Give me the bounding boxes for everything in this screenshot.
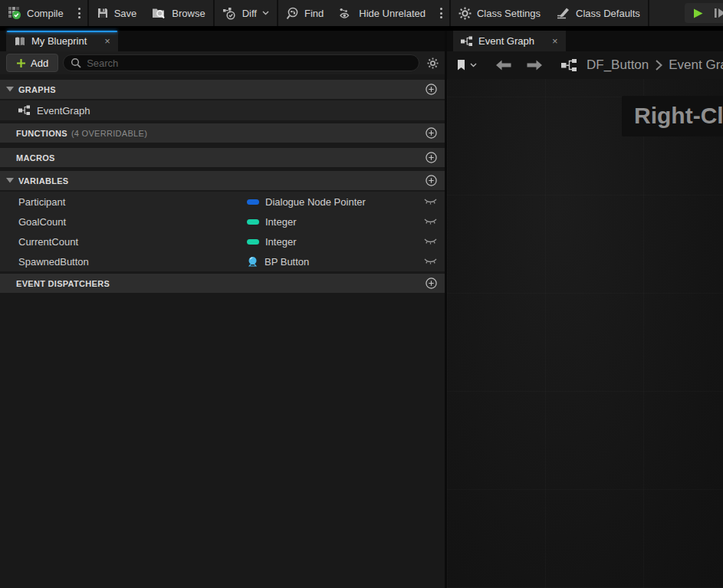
add-function-button[interactable]: [426, 127, 437, 139]
variable-type: BP Button: [265, 256, 309, 268]
diff-button[interactable]: Diff: [215, 0, 277, 26]
find-icon: [286, 7, 299, 20]
graph-toolbar: DF_Button Event Graph: [447, 51, 723, 79]
bookmarks-button[interactable]: [456, 59, 477, 71]
section-functions-label: FUNCTIONS: [16, 129, 67, 138]
save-icon: [97, 7, 109, 19]
search-icon: [71, 57, 81, 68]
add-button[interactable]: Add: [6, 54, 58, 72]
section-event-dispatchers-label: EVENT DISPATCHERS: [16, 279, 110, 288]
hide-unrelated-options-kebab-icon[interactable]: [433, 0, 449, 26]
type-pill-integer-icon: [247, 239, 259, 245]
close-icon[interactable]: ×: [104, 36, 110, 46]
class-settings-label: Class Settings: [477, 8, 541, 19]
browse-label: Browse: [172, 8, 205, 19]
add-label: Add: [31, 57, 48, 69]
save-label: Save: [114, 8, 137, 19]
save-button[interactable]: Save: [89, 0, 145, 26]
back-arrow-button[interactable]: [495, 60, 511, 71]
compile-icon: [8, 6, 21, 20]
add-variable-button[interactable]: [426, 175, 437, 186]
search-box[interactable]: [63, 54, 419, 71]
section-macros[interactable]: MACROS: [0, 148, 445, 167]
graph-icon: [18, 105, 31, 116]
browse-button[interactable]: Browse: [144, 0, 212, 26]
variable-name: GoalCount: [18, 216, 247, 228]
play-button[interactable]: [692, 7, 705, 20]
diff-icon: [222, 7, 237, 20]
add-macro-button[interactable]: [426, 152, 437, 163]
compile-label: Compile: [27, 8, 64, 19]
toolbar-separator: [648, 0, 649, 26]
variable-name: Participant: [18, 196, 247, 208]
variable-row-goalcount[interactable]: GoalCount Integer: [0, 212, 445, 232]
search-input[interactable]: [87, 57, 412, 69]
type-pill-object-icon: [247, 199, 259, 205]
section-functions[interactable]: FUNCTIONS (4 OVERRIDABLE): [0, 123, 445, 143]
gear-icon: [458, 7, 472, 20]
class-settings-button[interactable]: Class Settings: [451, 0, 548, 26]
tab-my-blueprint[interactable]: My Blueprint ×: [6, 31, 118, 51]
my-blueprint-panel: My Blueprint × Add: [0, 31, 445, 588]
visibility-closed-eye-icon[interactable]: [424, 198, 437, 205]
compile-options-kebab-icon[interactable]: [71, 0, 87, 26]
class-defaults-button[interactable]: Class Defaults: [548, 0, 648, 26]
hide-unrelated-icon: [339, 8, 353, 19]
visibility-closed-eye-icon[interactable]: [424, 218, 437, 225]
section-macros-label: MACROS: [16, 153, 55, 163]
collapse-arrow-icon[interactable]: [6, 178, 14, 183]
add-event-dispatcher-button[interactable]: [426, 278, 437, 289]
diff-label: Diff: [242, 8, 257, 19]
eventgraph-label: EventGraph: [37, 105, 90, 117]
collapse-arrow-icon[interactable]: [6, 87, 14, 92]
browse-icon: [152, 7, 166, 19]
find-label: Find: [304, 8, 324, 19]
event-graph-canvas[interactable]: Right-Click to Create New Nodes: [447, 79, 723, 588]
type-pill-integer-icon: [247, 219, 259, 225]
main-toolbar: Compile Save Browse: [0, 0, 723, 26]
compile-button[interactable]: Compile: [0, 0, 71, 26]
class-defaults-label: Class Defaults: [576, 8, 640, 19]
add-graph-button[interactable]: [426, 84, 437, 95]
hide-unrelated-button[interactable]: Hide Unrelated: [331, 0, 433, 26]
class-defaults-icon: [556, 7, 570, 19]
find-button[interactable]: Find: [278, 0, 331, 26]
section-variables-label: VARIABLES: [18, 176, 68, 186]
tab-event-graph[interactable]: Event Graph ×: [453, 31, 566, 51]
forward-arrow-button[interactable]: [527, 60, 543, 71]
eventgraph-row[interactable]: EventGraph: [0, 100, 445, 120]
my-blueprint-header: Add: [0, 51, 445, 74]
my-blueprint-body: GRAPHS EventGraph FUNCTIONS (4 OVERRIDAB…: [0, 74, 445, 588]
breadcrumb-root[interactable]: DF_Button: [587, 57, 649, 73]
object-reference-icon: [247, 256, 258, 268]
tab-title: My Blueprint: [31, 35, 87, 47]
variable-type: Dialogue Node Pointer: [265, 196, 366, 208]
variable-name: SpawnedButton: [18, 256, 247, 268]
section-variables[interactable]: VARIABLES: [0, 171, 445, 190]
panel-settings-gear-icon[interactable]: [427, 57, 439, 69]
breadcrumb-current[interactable]: Event Graph: [669, 57, 723, 73]
visibility-closed-eye-icon[interactable]: [424, 238, 437, 245]
section-graphs[interactable]: GRAPHS: [0, 80, 445, 99]
visibility-closed-eye-icon[interactable]: [424, 258, 437, 265]
variable-row-currentcount[interactable]: CurrentCount Integer: [0, 232, 445, 251]
chevron-down-icon: [262, 11, 269, 15]
graph-icon: [561, 58, 577, 72]
variable-type: Integer: [265, 216, 296, 228]
variable-row-spawnedbutton[interactable]: SpawnedButton BP Button: [0, 251, 445, 271]
variable-row-participant[interactable]: Participant Dialogue Node Pointer: [0, 192, 445, 212]
section-event-dispatchers[interactable]: EVENT DISPATCHERS: [0, 274, 445, 293]
close-icon[interactable]: ×: [552, 36, 558, 46]
section-graphs-label: GRAPHS: [18, 85, 56, 94]
variable-name: CurrentCount: [18, 236, 247, 248]
frame-skip-button[interactable]: [714, 7, 723, 19]
active-tab-accent: [7, 31, 117, 32]
blueprint-book-icon: [14, 36, 26, 47]
plus-icon: [16, 58, 26, 68]
tab-title: Event Graph: [478, 35, 534, 47]
graph-watermark: Right-Click to Create New Nodes: [622, 96, 723, 136]
functions-overridable-note: (4 OVERRIDABLE): [71, 129, 147, 138]
graph-icon: [461, 36, 473, 47]
chevron-right-icon: [655, 59, 662, 71]
right-tabwell: Event Graph ×: [447, 31, 723, 51]
